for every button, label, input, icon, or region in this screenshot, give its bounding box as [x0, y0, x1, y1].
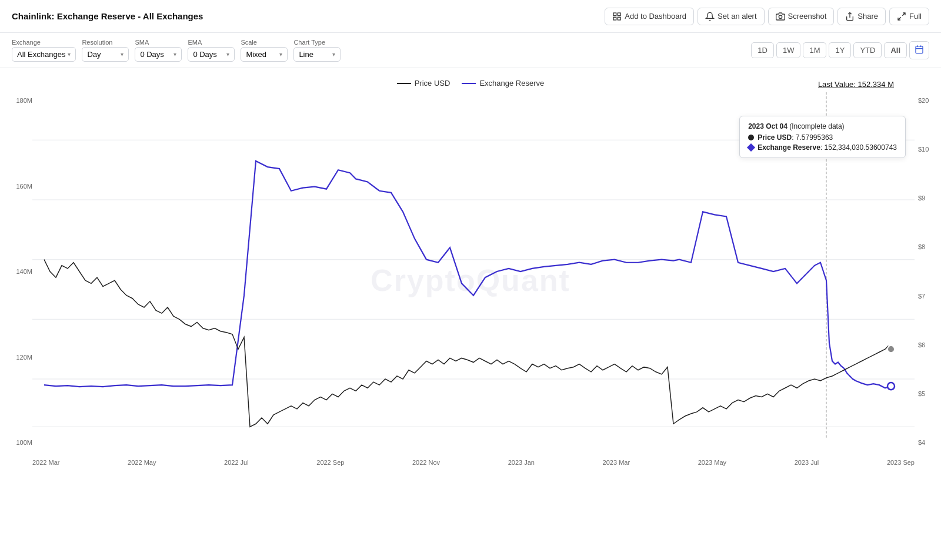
add-dashboard-button[interactable]: Add to Dashboard	[605, 8, 694, 25]
svg-rect-2	[613, 17, 616, 20]
svg-rect-1	[618, 13, 621, 16]
set-alert-button[interactable]: Set an alert	[698, 8, 765, 25]
chevron-down-icon: ▾	[332, 51, 335, 58]
camera-icon	[776, 12, 785, 21]
time-btn-1m[interactable]: 1M	[803, 42, 826, 58]
reserve-diamond	[747, 143, 755, 152]
exchange-select[interactable]: All Exchanges ▾	[12, 47, 76, 62]
chevron-down-icon: ▾	[173, 51, 176, 58]
full-button[interactable]: Full	[889, 8, 929, 25]
share-icon	[845, 12, 855, 21]
page-title: Chainlink: Exchange Reserve - All Exchan…	[12, 11, 203, 21]
legend-price: Price USD	[397, 79, 451, 88]
svg-rect-8	[916, 46, 923, 53]
share-button[interactable]: Share	[837, 8, 886, 25]
last-value-label: Last Value: 152.334 M	[818, 80, 894, 89]
resolution-select[interactable]: Day ▾	[82, 47, 129, 62]
exchange-reserve-line	[44, 161, 891, 388]
svg-line-7	[898, 17, 901, 20]
tooltip-date: 2023 Oct 04 (Incomplete data)	[748, 122, 897, 130]
chevron-down-icon: ▾	[68, 51, 71, 58]
price-cursor-dot	[887, 346, 895, 353]
scale-select[interactable]: Mixed ▾	[241, 47, 288, 62]
bell-icon	[705, 12, 715, 21]
chevron-down-icon: ▾	[279, 51, 282, 58]
y-axis-left: 180M 160M 140M 120M 100M	[0, 92, 32, 451]
scale-dropdown: Scale Mixed ▾	[241, 39, 288, 62]
sma-dropdown: SMA 0 Days ▾	[135, 39, 182, 62]
tooltip-price-row: Price USD: 7.57995363	[748, 133, 897, 142]
time-range-controls: 1D 1W 1M 1Y YTD All	[751, 41, 929, 59]
calendar-button[interactable]	[909, 41, 929, 59]
price-usd-line	[44, 260, 891, 427]
chart-tooltip: 2023 Oct 04 (Incomplete data) Price USD:…	[739, 116, 906, 158]
x-axis: 2022 Mar 2022 May 2022 Jul 2022 Sep 2022…	[32, 457, 915, 468]
chart-canvas[interactable]: CryptoQuant 2023 Oct 04 (Incomplete data…	[0, 92, 941, 468]
header-actions: Add to Dashboard Set an alert Screenshot…	[605, 8, 929, 25]
page-header: Chainlink: Exchange Reserve - All Exchan…	[0, 0, 941, 33]
reserve-line-indicator	[462, 83, 476, 84]
svg-line-6	[902, 13, 905, 16]
time-btn-1d[interactable]: 1D	[751, 42, 774, 58]
reserve-cursor-dot	[887, 383, 895, 390]
chevron-down-icon: ▾	[121, 51, 124, 58]
legend-reserve: Exchange Reserve	[462, 79, 544, 88]
dashboard-icon	[612, 12, 622, 21]
time-btn-all[interactable]: All	[884, 42, 907, 58]
chevron-down-icon: ▾	[226, 51, 229, 58]
price-dot	[748, 135, 754, 140]
time-btn-1w[interactable]: 1W	[776, 42, 801, 58]
price-line-indicator	[397, 83, 411, 84]
y-axis-right: $20 $10 $9 $8 $7 $6 $5 $4	[915, 92, 941, 451]
resolution-dropdown: Resolution Day ▾	[82, 39, 129, 62]
chart-legend: Price USD Exchange Reserve Last Value: 1…	[0, 74, 941, 92]
time-btn-ytd[interactable]: YTD	[853, 42, 882, 58]
svg-rect-0	[613, 13, 616, 16]
calendar-icon	[915, 45, 924, 54]
sma-select[interactable]: 0 Days ▾	[135, 47, 182, 62]
ema-dropdown: EMA 0 Days ▾	[188, 39, 235, 62]
time-btn-1y[interactable]: 1Y	[829, 42, 851, 58]
ema-select[interactable]: 0 Days ▾	[188, 47, 235, 62]
screenshot-button[interactable]: Screenshot	[768, 8, 835, 25]
exchange-dropdown: Exchange All Exchanges ▾	[12, 39, 76, 62]
svg-point-4	[779, 15, 782, 18]
chart-toolbar: Exchange All Exchanges ▾ Resolution Day …	[0, 33, 941, 68]
expand-icon	[897, 12, 906, 21]
chart-area: Price USD Exchange Reserve Last Value: 1…	[0, 68, 941, 468]
chart-type-dropdown: Chart Type Line ▾	[293, 39, 341, 62]
svg-rect-3	[618, 17, 621, 20]
chart-type-select[interactable]: Line ▾	[293, 47, 341, 62]
tooltip-reserve-row: Exchange Reserve: 152,334,030.53600743	[748, 143, 897, 152]
